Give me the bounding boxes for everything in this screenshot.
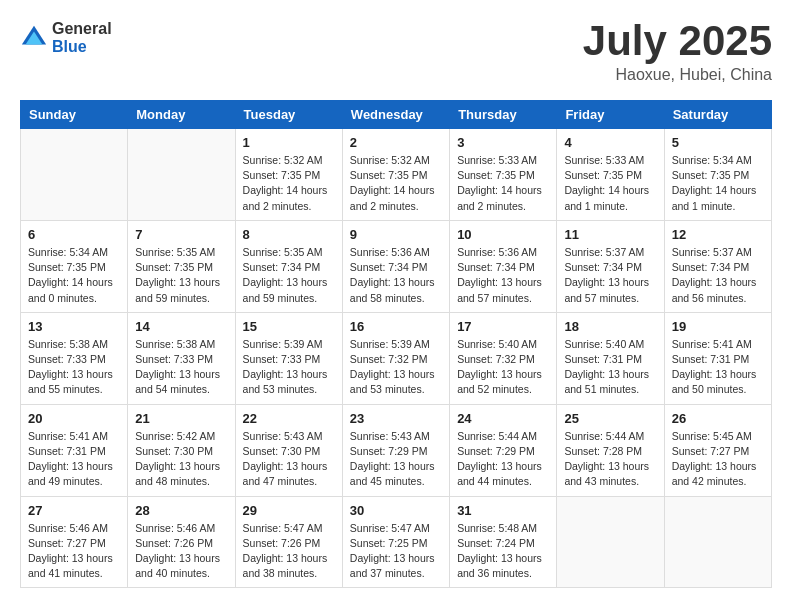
- calendar-day: 19Sunrise: 5:41 AM Sunset: 7:31 PM Dayli…: [664, 312, 771, 404]
- title-block: July 2025 Haoxue, Hubei, China: [583, 20, 772, 84]
- calendar-day: [21, 129, 128, 221]
- calendar-day: 29Sunrise: 5:47 AM Sunset: 7:26 PM Dayli…: [235, 496, 342, 588]
- day-number: 5: [672, 135, 764, 150]
- day-number: 26: [672, 411, 764, 426]
- calendar-day: 31Sunrise: 5:48 AM Sunset: 7:24 PM Dayli…: [450, 496, 557, 588]
- day-info: Sunrise: 5:36 AM Sunset: 7:34 PM Dayligh…: [350, 245, 442, 306]
- calendar-day: 28Sunrise: 5:46 AM Sunset: 7:26 PM Dayli…: [128, 496, 235, 588]
- calendar-day: 12Sunrise: 5:37 AM Sunset: 7:34 PM Dayli…: [664, 220, 771, 312]
- logo-text: General Blue: [52, 20, 112, 55]
- logo-icon: [20, 24, 48, 52]
- day-of-week-header: Wednesday: [342, 101, 449, 129]
- calendar-day: 26Sunrise: 5:45 AM Sunset: 7:27 PM Dayli…: [664, 404, 771, 496]
- day-number: 3: [457, 135, 549, 150]
- day-of-week-header: Sunday: [21, 101, 128, 129]
- day-info: Sunrise: 5:40 AM Sunset: 7:31 PM Dayligh…: [564, 337, 656, 398]
- day-info: Sunrise: 5:46 AM Sunset: 7:26 PM Dayligh…: [135, 521, 227, 582]
- day-number: 7: [135, 227, 227, 242]
- calendar-day: 8Sunrise: 5:35 AM Sunset: 7:34 PM Daylig…: [235, 220, 342, 312]
- day-info: Sunrise: 5:38 AM Sunset: 7:33 PM Dayligh…: [28, 337, 120, 398]
- calendar-header: SundayMondayTuesdayWednesdayThursdayFrid…: [21, 101, 772, 129]
- day-number: 29: [243, 503, 335, 518]
- day-number: 28: [135, 503, 227, 518]
- calendar-day: 25Sunrise: 5:44 AM Sunset: 7:28 PM Dayli…: [557, 404, 664, 496]
- calendar-day: 21Sunrise: 5:42 AM Sunset: 7:30 PM Dayli…: [128, 404, 235, 496]
- day-info: Sunrise: 5:35 AM Sunset: 7:35 PM Dayligh…: [135, 245, 227, 306]
- day-of-week-header: Saturday: [664, 101, 771, 129]
- day-info: Sunrise: 5:42 AM Sunset: 7:30 PM Dayligh…: [135, 429, 227, 490]
- calendar-day: 14Sunrise: 5:38 AM Sunset: 7:33 PM Dayli…: [128, 312, 235, 404]
- day-number: 15: [243, 319, 335, 334]
- day-number: 25: [564, 411, 656, 426]
- week-row: 20Sunrise: 5:41 AM Sunset: 7:31 PM Dayli…: [21, 404, 772, 496]
- calendar-table: SundayMondayTuesdayWednesdayThursdayFrid…: [20, 100, 772, 588]
- day-number: 22: [243, 411, 335, 426]
- day-number: 13: [28, 319, 120, 334]
- day-number: 23: [350, 411, 442, 426]
- day-number: 8: [243, 227, 335, 242]
- calendar-day: 24Sunrise: 5:44 AM Sunset: 7:29 PM Dayli…: [450, 404, 557, 496]
- calendar-day: 15Sunrise: 5:39 AM Sunset: 7:33 PM Dayli…: [235, 312, 342, 404]
- day-number: 11: [564, 227, 656, 242]
- logo-blue-text: Blue: [52, 38, 112, 56]
- calendar-day: 18Sunrise: 5:40 AM Sunset: 7:31 PM Dayli…: [557, 312, 664, 404]
- day-info: Sunrise: 5:41 AM Sunset: 7:31 PM Dayligh…: [672, 337, 764, 398]
- day-number: 2: [350, 135, 442, 150]
- calendar-day: 7Sunrise: 5:35 AM Sunset: 7:35 PM Daylig…: [128, 220, 235, 312]
- calendar-day: 20Sunrise: 5:41 AM Sunset: 7:31 PM Dayli…: [21, 404, 128, 496]
- week-row: 1Sunrise: 5:32 AM Sunset: 7:35 PM Daylig…: [21, 129, 772, 221]
- day-info: Sunrise: 5:33 AM Sunset: 7:35 PM Dayligh…: [564, 153, 656, 214]
- day-info: Sunrise: 5:39 AM Sunset: 7:32 PM Dayligh…: [350, 337, 442, 398]
- calendar-day: 16Sunrise: 5:39 AM Sunset: 7:32 PM Dayli…: [342, 312, 449, 404]
- day-number: 27: [28, 503, 120, 518]
- calendar-day: 13Sunrise: 5:38 AM Sunset: 7:33 PM Dayli…: [21, 312, 128, 404]
- calendar-day: 9Sunrise: 5:36 AM Sunset: 7:34 PM Daylig…: [342, 220, 449, 312]
- calendar-day: 22Sunrise: 5:43 AM Sunset: 7:30 PM Dayli…: [235, 404, 342, 496]
- day-info: Sunrise: 5:37 AM Sunset: 7:34 PM Dayligh…: [564, 245, 656, 306]
- header-row: SundayMondayTuesdayWednesdayThursdayFrid…: [21, 101, 772, 129]
- day-info: Sunrise: 5:43 AM Sunset: 7:29 PM Dayligh…: [350, 429, 442, 490]
- calendar-day: [128, 129, 235, 221]
- day-number: 14: [135, 319, 227, 334]
- day-number: 31: [457, 503, 549, 518]
- day-number: 21: [135, 411, 227, 426]
- calendar-day: 3Sunrise: 5:33 AM Sunset: 7:35 PM Daylig…: [450, 129, 557, 221]
- day-info: Sunrise: 5:36 AM Sunset: 7:34 PM Dayligh…: [457, 245, 549, 306]
- day-number: 12: [672, 227, 764, 242]
- day-number: 6: [28, 227, 120, 242]
- day-info: Sunrise: 5:48 AM Sunset: 7:24 PM Dayligh…: [457, 521, 549, 582]
- day-number: 17: [457, 319, 549, 334]
- calendar-day: 11Sunrise: 5:37 AM Sunset: 7:34 PM Dayli…: [557, 220, 664, 312]
- day-info: Sunrise: 5:39 AM Sunset: 7:33 PM Dayligh…: [243, 337, 335, 398]
- day-info: Sunrise: 5:32 AM Sunset: 7:35 PM Dayligh…: [350, 153, 442, 214]
- day-of-week-header: Thursday: [450, 101, 557, 129]
- day-info: Sunrise: 5:47 AM Sunset: 7:26 PM Dayligh…: [243, 521, 335, 582]
- day-number: 18: [564, 319, 656, 334]
- day-info: Sunrise: 5:32 AM Sunset: 7:35 PM Dayligh…: [243, 153, 335, 214]
- day-info: Sunrise: 5:34 AM Sunset: 7:35 PM Dayligh…: [672, 153, 764, 214]
- logo-general-text: General: [52, 20, 112, 38]
- day-info: Sunrise: 5:44 AM Sunset: 7:29 PM Dayligh…: [457, 429, 549, 490]
- week-row: 27Sunrise: 5:46 AM Sunset: 7:27 PM Dayli…: [21, 496, 772, 588]
- day-info: Sunrise: 5:44 AM Sunset: 7:28 PM Dayligh…: [564, 429, 656, 490]
- day-of-week-header: Tuesday: [235, 101, 342, 129]
- day-info: Sunrise: 5:38 AM Sunset: 7:33 PM Dayligh…: [135, 337, 227, 398]
- day-info: Sunrise: 5:47 AM Sunset: 7:25 PM Dayligh…: [350, 521, 442, 582]
- calendar-body: 1Sunrise: 5:32 AM Sunset: 7:35 PM Daylig…: [21, 129, 772, 588]
- calendar-day: [664, 496, 771, 588]
- calendar-day: 6Sunrise: 5:34 AM Sunset: 7:35 PM Daylig…: [21, 220, 128, 312]
- calendar-day: 1Sunrise: 5:32 AM Sunset: 7:35 PM Daylig…: [235, 129, 342, 221]
- day-info: Sunrise: 5:45 AM Sunset: 7:27 PM Dayligh…: [672, 429, 764, 490]
- day-number: 10: [457, 227, 549, 242]
- day-info: Sunrise: 5:37 AM Sunset: 7:34 PM Dayligh…: [672, 245, 764, 306]
- calendar-day: [557, 496, 664, 588]
- location: Haoxue, Hubei, China: [583, 66, 772, 84]
- day-info: Sunrise: 5:43 AM Sunset: 7:30 PM Dayligh…: [243, 429, 335, 490]
- calendar-day: 10Sunrise: 5:36 AM Sunset: 7:34 PM Dayli…: [450, 220, 557, 312]
- calendar-day: 5Sunrise: 5:34 AM Sunset: 7:35 PM Daylig…: [664, 129, 771, 221]
- day-info: Sunrise: 5:40 AM Sunset: 7:32 PM Dayligh…: [457, 337, 549, 398]
- day-number: 24: [457, 411, 549, 426]
- day-number: 16: [350, 319, 442, 334]
- day-info: Sunrise: 5:41 AM Sunset: 7:31 PM Dayligh…: [28, 429, 120, 490]
- week-row: 13Sunrise: 5:38 AM Sunset: 7:33 PM Dayli…: [21, 312, 772, 404]
